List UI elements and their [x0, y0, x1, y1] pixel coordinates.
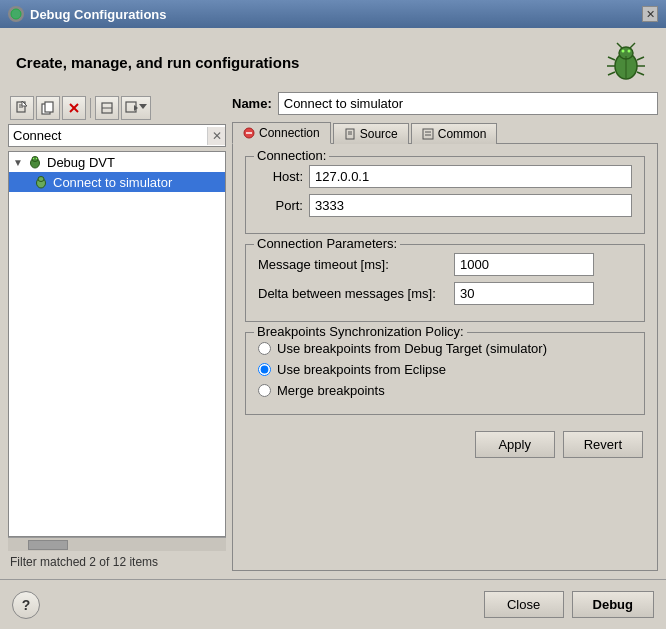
- close-button[interactable]: Close: [484, 591, 564, 618]
- svg-point-28: [32, 157, 38, 162]
- connect-simulator-label: Connect to simulator: [53, 175, 172, 190]
- radio-eclipse-label: Use breakpoints from Eclipse: [277, 362, 446, 377]
- apply-button[interactable]: Apply: [475, 431, 555, 458]
- debug-dvt-icon: [27, 154, 43, 170]
- plug-icon: [243, 127, 255, 139]
- delta-row: Delta between messages [ms]:: [258, 282, 632, 305]
- tree-item-connect-simulator[interactable]: Connect to simulator: [9, 172, 225, 192]
- tab-source[interactable]: Source: [333, 123, 409, 144]
- revert-button[interactable]: Revert: [563, 431, 643, 458]
- tree-area[interactable]: ▼ Debug DVT: [8, 151, 226, 537]
- copy-config-button[interactable]: [36, 96, 60, 120]
- window-icon: [8, 6, 24, 22]
- search-row: ✕: [8, 124, 226, 147]
- tree-item-debug-dvt[interactable]: ▼ Debug DVT: [9, 152, 225, 172]
- svg-point-3: [622, 50, 625, 53]
- connect-simulator-icon: [33, 174, 49, 190]
- close-window-button[interactable]: ✕: [642, 6, 658, 22]
- collapse-button[interactable]: [95, 96, 119, 120]
- debug-button[interactable]: Debug: [572, 591, 654, 618]
- msg-timeout-row: Message timeout [ms]:: [258, 253, 632, 276]
- svg-line-10: [637, 57, 644, 60]
- search-input[interactable]: [9, 125, 207, 146]
- right-panel: Name: Connection Source Common: [232, 92, 658, 571]
- svg-point-4: [628, 50, 631, 53]
- port-row: Port:: [258, 194, 632, 217]
- debug-dvt-label: Debug DVT: [47, 155, 115, 170]
- msg-timeout-label: Message timeout [ms]:: [258, 257, 448, 272]
- parameters-section-label: Connection Parameters:: [254, 236, 400, 251]
- svg-line-6: [630, 43, 635, 48]
- source-icon: [344, 128, 356, 140]
- parameters-section: Connection Parameters: Message timeout […: [245, 244, 645, 322]
- port-label: Port:: [258, 198, 303, 213]
- connection-section-label: Connection:: [254, 148, 329, 163]
- svg-point-29: [33, 158, 34, 159]
- filter-status: Filter matched 2 of 12 items: [8, 551, 226, 571]
- svg-rect-19: [45, 102, 53, 112]
- dialog-subtitle: Create, manage, and run configurations: [16, 54, 299, 71]
- common-icon: [422, 128, 434, 140]
- expand-icon: ▼: [13, 157, 27, 168]
- svg-point-30: [36, 158, 37, 159]
- connection-section: Connection: Host: Port:: [245, 156, 645, 234]
- svg-line-7: [608, 57, 615, 60]
- tabs-bar: Connection Source Common: [232, 121, 658, 143]
- svg-marker-26: [139, 104, 147, 109]
- more-button[interactable]: [121, 96, 151, 120]
- horizontal-scrollbar[interactable]: [8, 537, 226, 551]
- footer-buttons: Close Debug: [484, 591, 654, 618]
- svg-point-32: [38, 177, 44, 182]
- tab-source-label: Source: [360, 127, 398, 141]
- toolbar-separator: [90, 98, 91, 118]
- svg-line-9: [608, 72, 615, 75]
- tab-connection[interactable]: Connection: [232, 122, 331, 144]
- breakpoints-section-label: Breakpoints Synchronization Policy:: [254, 324, 467, 339]
- delete-config-button[interactable]: [62, 96, 86, 120]
- svg-point-0: [11, 9, 21, 19]
- bug-icon: [602, 38, 650, 86]
- host-input[interactable]: [309, 165, 632, 188]
- port-input[interactable]: [309, 194, 632, 217]
- name-label: Name:: [232, 96, 272, 111]
- radio-debug-target-label: Use breakpoints from Debug Target (simul…: [277, 341, 547, 356]
- apply-row: Apply Revert: [245, 425, 645, 458]
- search-clear-button[interactable]: ✕: [207, 127, 225, 145]
- radio-eclipse-row: Use breakpoints from Eclipse: [258, 362, 632, 377]
- tab-content-connection: Connection: Host: Port: Connection Param…: [232, 143, 658, 571]
- breakpoints-section: Breakpoints Synchronization Policy: Use …: [245, 332, 645, 415]
- radio-eclipse[interactable]: [258, 363, 271, 376]
- left-panel: ✕ ▼ Debug DVT: [8, 92, 226, 571]
- delta-input[interactable]: [454, 282, 594, 305]
- window-title: Debug Configurations: [30, 7, 167, 22]
- tab-connection-label: Connection: [259, 126, 320, 140]
- name-input[interactable]: [278, 92, 658, 115]
- radio-merge-label: Merge breakpoints: [277, 383, 385, 398]
- dialog-header: Create, manage, and run configurations: [0, 28, 666, 92]
- name-row: Name:: [232, 92, 658, 115]
- radio-debug-target[interactable]: [258, 342, 271, 355]
- new-config-button[interactable]: [10, 96, 34, 120]
- svg-rect-38: [423, 129, 433, 139]
- radio-merge[interactable]: [258, 384, 271, 397]
- tab-common[interactable]: Common: [411, 123, 498, 144]
- radio-merge-row: Merge breakpoints: [258, 383, 632, 398]
- delta-label: Delta between messages [ms]:: [258, 286, 448, 301]
- svg-line-5: [617, 43, 622, 48]
- svg-line-12: [637, 72, 644, 75]
- title-bar: Debug Configurations ✕: [0, 0, 666, 28]
- radio-debug-target-row: Use breakpoints from Debug Target (simul…: [258, 341, 632, 356]
- msg-timeout-input[interactable]: [454, 253, 594, 276]
- help-button[interactable]: ?: [12, 591, 40, 619]
- dialog-footer: ? Close Debug: [0, 579, 666, 629]
- host-row: Host:: [258, 165, 632, 188]
- left-toolbar: [8, 92, 226, 124]
- dialog: Create, manage, and run configurations: [0, 28, 666, 629]
- host-label: Host:: [258, 169, 303, 184]
- tab-common-label: Common: [438, 127, 487, 141]
- dialog-body: ✕ ▼ Debug DVT: [0, 92, 666, 579]
